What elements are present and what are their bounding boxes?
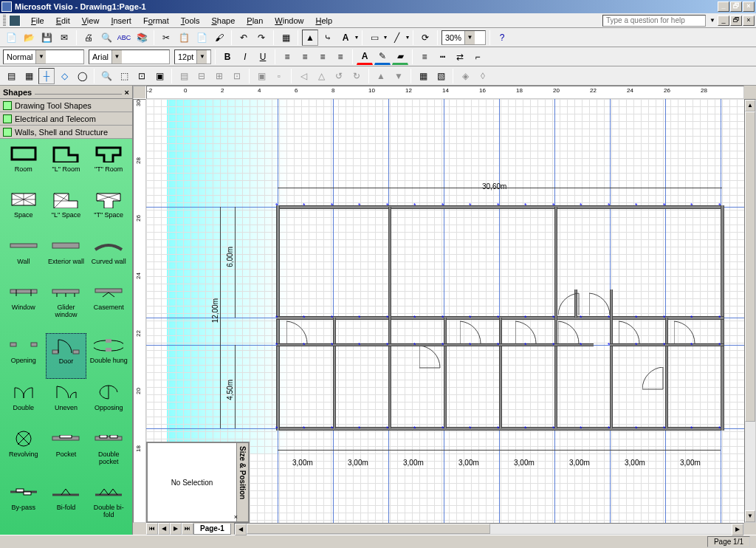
pointer-tool-button[interactable]: ▲ [302,30,318,46]
wall-int-l3[interactable] [444,318,447,428]
align-right-button[interactable]: ≡ [315,49,331,65]
text-tool-dropdown[interactable]: ▾ [355,34,358,41]
grip[interactable] [3,15,6,27]
tab-prev-button[interactable]: ◀ [158,523,170,535]
line-ends-button[interactable]: ⇄ [452,49,468,65]
layer-button[interactable]: ▤ [176,68,192,84]
wall-int-u2[interactable] [554,207,557,318]
wall-int-l7[interactable] [665,318,668,428]
shadow-button[interactable]: ▧ [433,68,449,84]
cut-button[interactable]: ✂ [158,30,174,46]
align-shapes-button[interactable]: ⊟ [193,68,210,84]
zoom-dropdown-icon[interactable]: ▼ [464,31,475,44]
menu-tools[interactable]: Tools [175,15,206,27]
door-arc-6[interactable] [558,290,580,316]
shape-uneven[interactable]: Uneven [46,380,87,425]
shape-exterior-wall[interactable]: Exterior wall [46,234,87,278]
help-button[interactable]: ? [494,30,510,46]
shape-room[interactable]: Room [3,142,44,186]
shape-revolving[interactable]: Revolving [3,427,44,479]
wall-int-l5[interactable] [554,318,557,428]
size-pos-close-icon[interactable]: × [234,513,238,521]
paste-button[interactable]: 📄 [193,30,210,46]
close-button[interactable]: × [743,1,755,12]
corner-button[interactable]: ⌐ [470,49,486,65]
drawing-viewport[interactable]: ****************************************… [146,99,744,523]
shape-opposing[interactable]: Opposing [88,380,129,425]
font-color-button[interactable]: A [357,49,373,65]
redo-button[interactable]: ↷ [253,30,269,46]
flip-h-button[interactable]: ◁ [295,68,312,84]
door-arc-1[interactable] [286,318,309,344]
door-arc-10[interactable] [674,318,696,344]
ruler-corner[interactable] [133,86,146,99]
style-combo[interactable]: Normal ▼ [3,49,84,64]
rectangle-dropdown[interactable]: ▾ [384,34,387,41]
style-dropdown-icon[interactable]: ▼ [35,50,46,64]
menu-insert[interactable]: Insert [105,15,137,27]
align-left-button[interactable]: ≡ [279,49,295,65]
scroll-down-button[interactable]: ▼ [745,510,755,522]
size-position-title[interactable]: Size & Position [236,443,248,521]
shapes-close-icon[interactable]: × [125,88,129,97]
door-arc-2[interactable] [419,346,441,372]
line-dropdown[interactable]: ▾ [406,34,409,41]
misc2-button[interactable]: ◊ [475,68,491,84]
misc1-button[interactable]: ◈ [457,68,473,84]
door-arc-5[interactable] [558,318,580,344]
shape-wall[interactable]: Wall [3,234,44,278]
rotate-button[interactable]: ⟳ [417,30,433,46]
font-dropdown-icon[interactable]: ▼ [111,50,122,64]
underline-button[interactable]: U [255,49,271,65]
format-painter-button[interactable]: 🖌 [211,30,227,46]
group-button[interactable]: ▣ [253,68,269,84]
page-tab[interactable]: Page-1 [193,524,231,535]
scroll-left-button[interactable]: ◀ [235,524,247,535]
shape-window[interactable]: Window [3,280,44,332]
doc-close-button[interactable]: × [743,16,755,26]
restore-button[interactable]: 🗗 [730,1,742,12]
wall-int-u1[interactable] [388,207,391,318]
ruler-horizontal[interactable]: -20246810121416182022242628 [146,86,744,99]
line-tool-button[interactable]: ╱ [388,30,405,46]
shapes-button[interactable]: ▦ [278,30,294,46]
flip-v-button[interactable]: △ [313,68,329,84]
menu-view[interactable]: View [76,15,106,27]
guides-button[interactable]: ┼ [38,68,55,84]
italic-button[interactable]: I [237,49,253,65]
help-search-input[interactable] [602,15,706,27]
connect-shapes-button[interactable]: ⊡ [229,68,245,84]
door-arc-8[interactable] [619,318,641,344]
fill-color-button[interactable]: ▰ [392,49,408,65]
stencil-electrical[interactable]: Electrical and Telecom [0,112,132,126]
research-button[interactable]: 📚 [134,30,150,46]
menu-help[interactable]: Help [309,15,338,27]
copy-button[interactable]: 📋 [176,30,192,46]
shape--l-room[interactable]: "L" Room [46,142,87,186]
doc-restore-button[interactable]: 🗗 [730,16,742,26]
menu-format[interactable]: Format [137,15,175,27]
menu-window[interactable]: Window [269,15,309,27]
align-center-button[interactable]: ≡ [297,49,313,65]
snap-button[interactable]: ⊡ [134,68,150,84]
bring-front-button[interactable]: ▲ [373,68,389,84]
line-pattern-button[interactable]: ┅ [434,49,450,65]
horizontal-scrollbar[interactable]: ◀ ▶ [234,523,744,535]
stencil-drawing-tools[interactable]: Drawing Tool Shapes [0,99,132,112]
shape-curved-wall[interactable]: Curved wall [88,234,129,278]
vertical-scrollbar[interactable]: ▲ ▼ [744,99,756,523]
spelling-button[interactable]: ABC [116,30,132,46]
email-button[interactable]: ✉ [56,30,72,46]
rotate-right-button[interactable]: ↻ [348,68,365,84]
wall-int-l1[interactable] [333,318,336,428]
wall-int-l6[interactable] [610,318,613,428]
ruler-vertical[interactable]: 30282624222018 [133,99,146,523]
save-button[interactable]: 💾 [38,30,55,46]
shape-double[interactable]: Double [3,380,44,425]
size-dropdown-icon[interactable]: ▼ [196,50,207,64]
scroll-right-button[interactable]: ▶ [732,524,743,535]
fill-pattern-button[interactable]: ▦ [415,68,431,84]
distribute-button[interactable]: ⊞ [211,68,227,84]
shape--t-space[interactable]: "T" Space [88,188,129,232]
print-preview-button[interactable]: 🔍 [98,30,114,46]
